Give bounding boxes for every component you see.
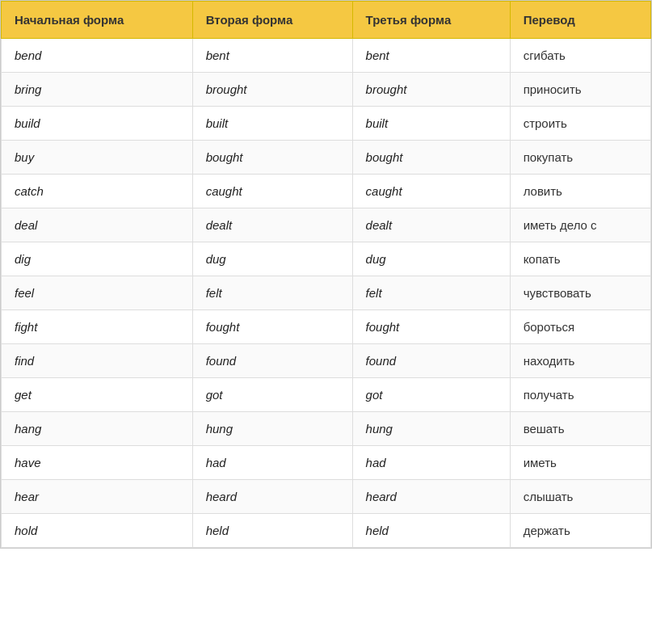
- cell-r6-c0: dig: [2, 242, 193, 276]
- cell-r5-c3: иметь дело с: [510, 208, 650, 242]
- cell-r1-c1: brought: [192, 73, 352, 107]
- table-row: havehadhadиметь: [2, 446, 651, 480]
- cell-r5-c1: dealt: [192, 208, 352, 242]
- table-row: bringbroughtbroughtприносить: [2, 73, 651, 107]
- cell-r2-c1: built: [192, 107, 352, 141]
- cell-r8-c3: бороться: [510, 310, 650, 344]
- table-row: buyboughtboughtпокупать: [2, 141, 651, 175]
- cell-r6-c2: dug: [352, 242, 510, 276]
- col-header-base-form: Начальная форма: [2, 2, 193, 39]
- cell-r10-c1: got: [192, 378, 352, 412]
- cell-r8-c0: fight: [2, 310, 193, 344]
- cell-r0-c2: bent: [352, 39, 510, 73]
- cell-r0-c3: сгибать: [510, 39, 650, 73]
- col-header-translation: Перевод: [510, 2, 650, 39]
- cell-r14-c3: держать: [510, 514, 650, 548]
- cell-r6-c1: dug: [192, 242, 352, 276]
- cell-r12-c2: had: [352, 446, 510, 480]
- table-row: holdheldheldдержать: [2, 514, 651, 548]
- table-row: fightfoughtfoughtбороться: [2, 310, 651, 344]
- cell-r3-c2: bought: [352, 141, 510, 175]
- cell-r8-c1: fought: [192, 310, 352, 344]
- cell-r1-c2: brought: [352, 73, 510, 107]
- cell-r4-c2: caught: [352, 175, 510, 208]
- cell-r7-c0: feel: [2, 276, 193, 310]
- cell-r10-c0: get: [2, 378, 193, 412]
- table-row: findfoundfoundнаходить: [2, 344, 651, 378]
- table-row: bendbentbentсгибать: [2, 39, 651, 73]
- cell-r12-c3: иметь: [510, 446, 650, 480]
- cell-r10-c2: got: [352, 378, 510, 412]
- cell-r13-c3: слышать: [510, 480, 650, 514]
- table-header: Начальная форма Вторая форма Третья форм…: [2, 2, 651, 39]
- cell-r2-c2: built: [352, 107, 510, 141]
- cell-r5-c0: deal: [2, 208, 193, 242]
- cell-r11-c1: hung: [192, 412, 352, 446]
- cell-r14-c2: held: [352, 514, 510, 548]
- cell-r13-c0: hear: [2, 480, 193, 514]
- cell-r2-c0: build: [2, 107, 193, 141]
- table-row: catchcaughtcaughtловить: [2, 175, 651, 208]
- cell-r13-c1: heard: [192, 480, 352, 514]
- table-row: feelfeltfeltчувствовать: [2, 276, 651, 310]
- table-row: dealdealtdealtиметь дело с: [2, 208, 651, 242]
- table-row: buildbuiltbuiltстроить: [2, 107, 651, 141]
- main-table-container: Начальная форма Вторая форма Третья форм…: [0, 0, 652, 549]
- header-row: Начальная форма Вторая форма Третья форм…: [2, 2, 651, 39]
- cell-r0-c0: bend: [2, 39, 193, 73]
- cell-r12-c1: had: [192, 446, 352, 480]
- cell-r8-c2: fought: [352, 310, 510, 344]
- cell-r0-c1: bent: [192, 39, 352, 73]
- irregular-verbs-table: Начальная форма Вторая форма Третья форм…: [1, 1, 651, 548]
- cell-r2-c3: строить: [510, 107, 650, 141]
- cell-r11-c2: hung: [352, 412, 510, 446]
- cell-r9-c3: находить: [510, 344, 650, 378]
- table-row: getgotgotполучать: [2, 378, 651, 412]
- cell-r12-c0: have: [2, 446, 193, 480]
- cell-r9-c2: found: [352, 344, 510, 378]
- cell-r4-c1: caught: [192, 175, 352, 208]
- cell-r9-c1: found: [192, 344, 352, 378]
- cell-r4-c0: catch: [2, 175, 193, 208]
- cell-r7-c2: felt: [352, 276, 510, 310]
- table-row: hearheardheardслышать: [2, 480, 651, 514]
- col-header-third-form: Третья форма: [352, 2, 510, 39]
- cell-r11-c0: hang: [2, 412, 193, 446]
- cell-r9-c0: find: [2, 344, 193, 378]
- cell-r3-c3: покупать: [510, 141, 650, 175]
- table-row: digdugdugкопать: [2, 242, 651, 276]
- cell-r1-c0: bring: [2, 73, 193, 107]
- cell-r5-c2: dealt: [352, 208, 510, 242]
- cell-r1-c3: приносить: [510, 73, 650, 107]
- cell-r7-c3: чувствовать: [510, 276, 650, 310]
- table-row: hanghunghungвешать: [2, 412, 651, 446]
- cell-r10-c3: получать: [510, 378, 650, 412]
- cell-r3-c0: buy: [2, 141, 193, 175]
- cell-r14-c1: held: [192, 514, 352, 548]
- cell-r3-c1: bought: [192, 141, 352, 175]
- cell-r11-c3: вешать: [510, 412, 650, 446]
- col-header-second-form: Вторая форма: [192, 2, 352, 39]
- cell-r7-c1: felt: [192, 276, 352, 310]
- cell-r4-c3: ловить: [510, 175, 650, 208]
- cell-r6-c3: копать: [510, 242, 650, 276]
- cell-r13-c2: heard: [352, 480, 510, 514]
- table-body: bendbentbentсгибатьbringbroughtbroughtпр…: [2, 39, 651, 548]
- cell-r14-c0: hold: [2, 514, 193, 548]
